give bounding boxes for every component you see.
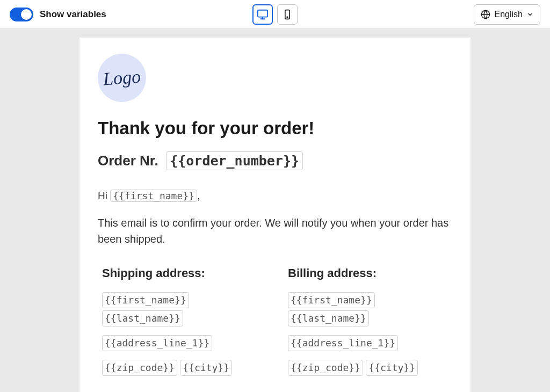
shipping-address-column: Shipping address: {{first_name}} {{last_…: [102, 266, 266, 378]
shipping-last-name-var: {{last_name}}: [102, 310, 183, 326]
desktop-icon: [257, 9, 269, 20]
billing-city-var: {{city}}: [366, 360, 418, 376]
globe-icon: [481, 10, 490, 19]
show-variables-toggle[interactable]: [10, 8, 33, 21]
svg-rect-0: [258, 10, 267, 17]
shipping-city-var: {{city}}: [180, 360, 232, 376]
preview-canvas: Logo Thank you for your order! Order Nr.…: [0, 29, 550, 392]
shipping-heading: Shipping address:: [102, 266, 266, 280]
greeting-suffix: ,: [197, 190, 200, 201]
order-number-variable: {{order_number}}: [166, 151, 303, 170]
billing-heading: Billing address:: [288, 266, 452, 280]
logo-text: Logo: [103, 67, 141, 90]
billing-address-column: Billing address: {{first_name}} {{last_n…: [288, 266, 452, 378]
device-switcher: [252, 4, 298, 25]
shipping-first-name-var: {{first_name}}: [102, 292, 189, 308]
billing-address1-row: {{address_line_1}}: [288, 335, 452, 351]
greeting-line: Hi {{first_name}},: [98, 190, 452, 202]
svg-point-4: [287, 17, 288, 18]
billing-city-row: {{zip_code}} {{city}}: [288, 360, 452, 376]
address-columns: Shipping address: {{first_name}} {{last_…: [98, 266, 452, 378]
billing-last-name-row: {{last_name}}: [288, 310, 452, 326]
billing-address1-var: {{address_line_1}}: [288, 335, 398, 351]
billing-last-name-var: {{last_name}}: [288, 310, 369, 326]
right-controls: English: [474, 4, 540, 25]
shipping-zip-var: {{zip_code}}: [102, 360, 177, 376]
order-label: Order Nr.: [98, 153, 158, 169]
mobile-icon: [282, 9, 293, 20]
confirmation-text: This email is to confirm your order. We …: [98, 215, 452, 247]
shipping-address1-row: {{address_line_1}}: [102, 335, 266, 351]
toolbar: Show variables English: [0, 0, 550, 29]
shipping-last-name-row: {{last_name}}: [102, 310, 266, 326]
language-label: English: [495, 10, 523, 19]
greeting-variable: {{first_name}}: [110, 190, 197, 202]
left-controls: Show variables: [10, 8, 106, 21]
mobile-preview-button[interactable]: [277, 4, 298, 25]
chevron-down-icon: [527, 11, 533, 18]
logo-placeholder: Logo: [98, 54, 146, 102]
language-selector[interactable]: English: [474, 4, 540, 25]
email-heading: Thank you for your order!: [98, 118, 452, 139]
billing-first-name-row: {{first_name}}: [288, 292, 452, 308]
billing-first-name-var: {{first_name}}: [288, 292, 375, 308]
greeting-prefix: Hi: [98, 190, 107, 201]
show-variables-label: Show variables: [40, 9, 106, 20]
email-preview: Logo Thank you for your order! Order Nr.…: [79, 38, 471, 392]
order-number-line: Order Nr. {{order_number}}: [98, 151, 452, 170]
desktop-preview-button[interactable]: [252, 4, 273, 25]
shipping-address1-var: {{address_line_1}}: [102, 335, 212, 351]
toggle-knob: [21, 9, 32, 20]
shipping-first-name-row: {{first_name}}: [102, 292, 266, 308]
shipping-city-row: {{zip_code}} {{city}}: [102, 360, 266, 376]
billing-zip-var: {{zip_code}}: [288, 360, 363, 376]
